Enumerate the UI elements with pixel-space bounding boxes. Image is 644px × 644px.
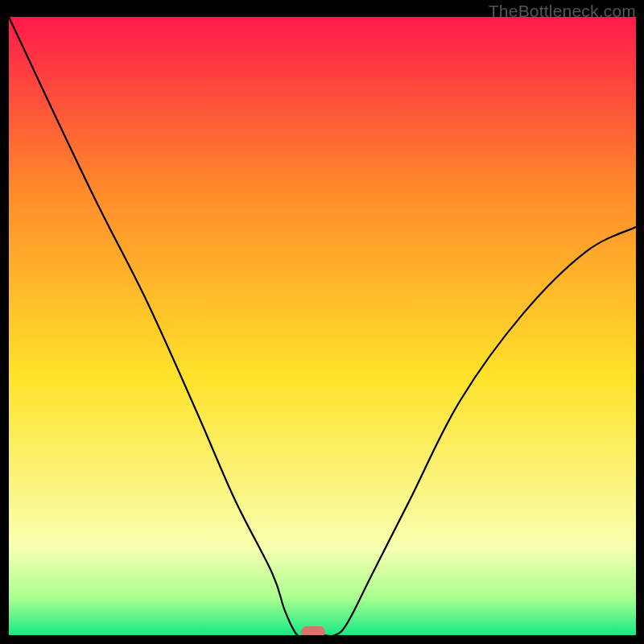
optimal-marker bbox=[301, 626, 325, 635]
plot-area bbox=[9, 17, 636, 635]
chart-stage: TheBottleneck.com bbox=[0, 0, 644, 644]
bottleneck-curve-path bbox=[9, 17, 636, 635]
curve-layer bbox=[9, 17, 636, 635]
